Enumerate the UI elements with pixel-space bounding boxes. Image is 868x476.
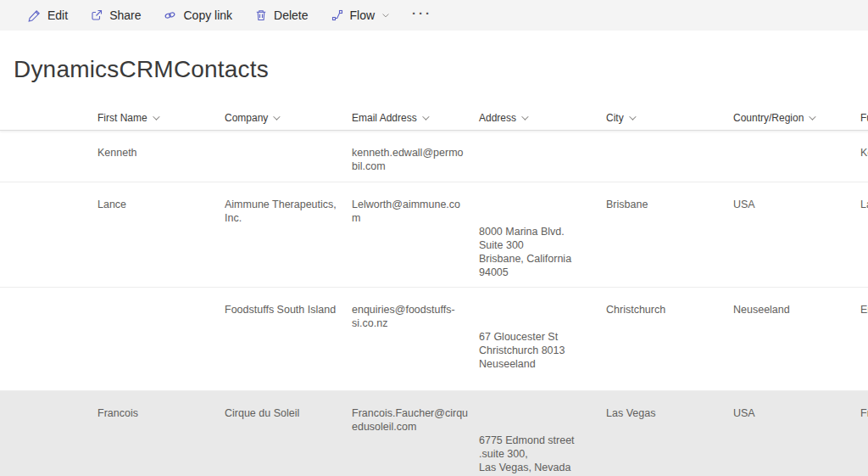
- delete-label: Delete: [274, 8, 308, 22]
- chevron-down-icon: [274, 113, 281, 120]
- row-select-gutter[interactable]: [0, 131, 97, 182]
- column-header-city[interactable]: City: [606, 112, 733, 124]
- cell-company: Aimmune Therapeutics, Inc.: [225, 182, 352, 287]
- cell-email: kenneth.edwall@permo bil.com: [352, 131, 479, 182]
- cell-country-region: USA: [733, 391, 860, 476]
- cell-country-region: Neuseeland: [733, 288, 860, 390]
- cell-full-name: Er: [860, 288, 868, 390]
- cell-email: Lelworth@aimmune.co m: [352, 182, 479, 287]
- cell-company: Foodstuffs South Island: [225, 288, 352, 390]
- edit-label: Edit: [47, 8, 68, 22]
- address-lines: 6775 Edmond street .suite 300, Las Vegas…: [479, 434, 594, 476]
- cell-country-region: USA: [733, 182, 860, 287]
- cell-email: enquiries@foodstuffs- si.co.nz: [352, 288, 479, 390]
- cell-first-name: Francois: [97, 391, 225, 476]
- column-label: Company: [225, 112, 268, 124]
- share-button[interactable]: Share: [79, 0, 152, 31]
- link-icon: [163, 8, 177, 22]
- copy-link-button[interactable]: Copy link: [152, 0, 243, 31]
- edit-icon: [28, 8, 42, 22]
- cell-full-name: La: [860, 182, 868, 287]
- column-label: City: [606, 112, 624, 124]
- column-header-company[interactable]: Company: [225, 112, 352, 124]
- address-lines: 8000 Marina Blvd. Suite 300 Brisbane, Ca…: [479, 225, 594, 279]
- cell-city: Brisbane: [606, 182, 733, 287]
- cell-first-name: Kenneth: [97, 131, 225, 182]
- column-label: First Name: [97, 112, 147, 124]
- column-label: Country/Region: [733, 112, 804, 124]
- more-commands-label: ···: [412, 6, 432, 20]
- cell-city: Las Vegas: [606, 391, 733, 476]
- more-commands-button[interactable]: ···: [402, 6, 442, 25]
- cell-address: [479, 131, 606, 182]
- table-row[interactable]: Lance Aimmune Therapeutics, Inc. Lelwort…: [0, 182, 868, 288]
- trash-icon: [254, 8, 268, 22]
- share-label: Share: [109, 8, 141, 22]
- chevron-down-icon: [153, 113, 159, 120]
- column-label: Fu: [860, 112, 868, 124]
- table-row[interactable]: Kenneth kenneth.edwall@permo bil.com Ke: [0, 131, 868, 182]
- table-row[interactable]: Foodstuffs South Island enquiries@foodst…: [0, 288, 868, 391]
- column-label: Email Address: [352, 112, 417, 124]
- column-header-full-name[interactable]: Fu: [860, 112, 868, 124]
- cell-address: 67 Gloucester St Christchurch 8013 Neuse…: [479, 288, 606, 390]
- cell-full-name: Fr: [860, 391, 868, 476]
- edit-button[interactable]: Edit: [17, 0, 79, 31]
- flow-button[interactable]: Flow: [320, 0, 403, 31]
- column-header-first-name[interactable]: First Name: [97, 112, 225, 124]
- address-lines: 67 Gloucester St Christchurch 8013 Neuse…: [479, 330, 594, 371]
- chevron-down-icon: [521, 113, 528, 120]
- row-select-gutter[interactable]: [0, 288, 97, 390]
- cell-full-name: Ke: [860, 131, 868, 182]
- cell-first-name: Lance: [97, 182, 225, 287]
- cell-city: Christchurch: [606, 288, 733, 390]
- chevron-down-icon: [810, 113, 816, 120]
- cell-address: 8000 Marina Blvd. Suite 300 Brisbane, Ca…: [479, 182, 606, 287]
- chevron-down-icon: [422, 113, 429, 120]
- page-title: DynamicsCRMContacts: [14, 56, 868, 83]
- row-select-gutter[interactable]: [0, 182, 97, 287]
- column-label: Address: [479, 112, 516, 124]
- cell-first-name: [97, 288, 225, 390]
- chevron-down-icon: [629, 113, 636, 120]
- cell-address: 6775 Edmond street .suite 300, Las Vegas…: [479, 391, 606, 476]
- table-header: First Name Company Email Address Address…: [0, 105, 868, 131]
- command-bar: Edit Share Copy link Delete Flow: [0, 0, 868, 31]
- column-header-email[interactable]: Email Address: [352, 112, 479, 124]
- chevron-down-icon: [381, 10, 391, 20]
- delete-button[interactable]: Delete: [243, 0, 319, 31]
- cell-city: [606, 131, 733, 182]
- cell-email: Francois.Faucher@cirqu edusoleil.com: [352, 391, 479, 476]
- cell-country-region: [733, 131, 860, 182]
- column-header-country-region[interactable]: Country/Region: [733, 112, 860, 124]
- flow-label: Flow: [350, 8, 376, 22]
- column-header-address[interactable]: Address: [479, 112, 606, 124]
- table-row[interactable]: Francois Cirque du Soleil Francois.Fauch…: [0, 391, 868, 476]
- copy-link-label: Copy link: [183, 8, 232, 22]
- share-icon: [90, 8, 103, 22]
- row-select-gutter[interactable]: [0, 391, 97, 476]
- flow-icon: [331, 8, 344, 22]
- cell-company: Cirque du Soleil: [225, 391, 352, 476]
- list-view: First Name Company Email Address Address…: [0, 90, 868, 476]
- title-area: DynamicsCRMContacts: [0, 31, 868, 90]
- cell-company: [225, 131, 352, 182]
